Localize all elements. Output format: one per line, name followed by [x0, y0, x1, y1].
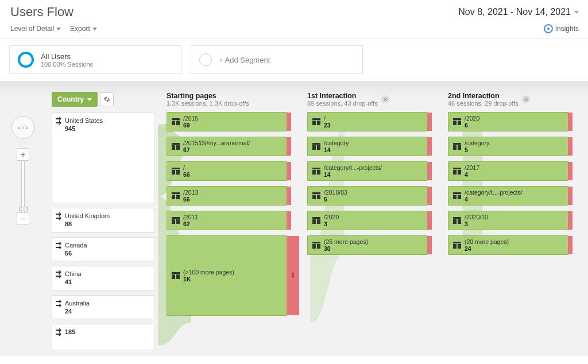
zoom-in-button[interactable]: +: [17, 148, 29, 161]
node-text: (26 more pages)30: [324, 238, 368, 252]
page-icon: [453, 118, 461, 125]
pan-control[interactable]: ‹ ⌂ ›: [11, 116, 34, 139]
flow-node[interactable]: (20 more pages)24: [448, 235, 568, 255]
arrow-right-stack-icon: [56, 241, 63, 249]
arrow-right-stack-icon: [56, 328, 63, 336]
drop-off-bar: [568, 187, 572, 205]
source-country-block[interactable]: 185: [52, 324, 155, 350]
node-text: /201162: [183, 214, 198, 227]
page-icon: [312, 242, 320, 249]
column-title: 1st Interaction: [307, 92, 378, 100]
segment-all-users[interactable]: All Users 100.00% Sessions: [9, 45, 181, 74]
insights-label: Insights: [555, 25, 579, 33]
level-of-detail-label: Level of Detail: [10, 25, 54, 33]
drop-off-bar: [287, 113, 291, 131]
source-label: United States945: [65, 117, 103, 133]
source-country-block[interactable]: Australia24: [52, 295, 155, 320]
drop-off-bar: [287, 137, 291, 156]
flow-node[interactable]: /2015/09/my...aranormal/67: [167, 137, 287, 156]
flow-step-column: 2nd Interaction46 sessions, 29 drop-offs…: [448, 92, 568, 356]
insights-icon: [544, 24, 553, 33]
drop-off-bar: [568, 113, 572, 131]
flow-node[interactable]: /23: [307, 112, 428, 131]
flow-node[interactable]: (>100 more pages)1K ⇩: [167, 235, 287, 316]
node-text: /66: [183, 164, 190, 178]
zoom-slider[interactable]: [21, 161, 25, 212]
chevron-down-icon: [92, 28, 97, 30]
page-icon: [453, 192, 461, 199]
source-country-block[interactable]: Canada56: [52, 237, 155, 262]
column-title: Starting pages: [167, 92, 249, 100]
node-text: /category5: [465, 140, 489, 153]
source-country-block[interactable]: United Kingdom88: [52, 208, 155, 233]
page-icon: [172, 217, 180, 224]
flow-step-column: Starting pages1.3K sessions, 1.3K drop-o…: [167, 92, 287, 356]
zoom-handle[interactable]: [19, 207, 28, 211]
chevron-right-icon: ›: [26, 124, 28, 131]
source-country-block[interactable]: China41: [52, 266, 155, 291]
flow-node[interactable]: /2020/103: [448, 211, 568, 230]
page-icon: [172, 168, 180, 175]
column-sub: 46 sessions, 29 drop-offs: [448, 100, 519, 107]
export-dropdown[interactable]: Export: [70, 25, 97, 33]
page-icon: [453, 217, 461, 224]
flow-step-column: 1st Interaction89 sessions, 43 drop-offs…: [307, 92, 428, 356]
flow-node[interactable]: /20203: [307, 211, 428, 230]
drop-off-bar: [427, 113, 432, 131]
flow-node[interactable]: /201366: [167, 186, 287, 206]
page-icon: [312, 168, 320, 175]
level-of-detail-dropdown[interactable]: Level of Detail: [10, 25, 61, 33]
flow-node[interactable]: /20174: [448, 161, 568, 181]
column-sub: 1.3K sessions, 1.3K drop-offs: [167, 100, 249, 107]
flow-node[interactable]: (26 more pages)30: [307, 235, 428, 255]
drop-off-bar: [427, 137, 432, 156]
gear-icon: [103, 96, 110, 103]
flow-node[interactable]: /category/t...-projects/4: [448, 186, 568, 206]
column-title: 2nd Interaction: [448, 92, 519, 100]
chevron-down-icon: [56, 28, 61, 30]
flow-node[interactable]: /category14: [307, 137, 428, 156]
flow-node[interactable]: /201569: [167, 112, 287, 131]
segment-empty-circle-icon: [199, 53, 212, 66]
source-label: China41: [65, 270, 82, 286]
drop-off-bar: [427, 211, 432, 230]
home-icon: ⌂: [21, 125, 24, 130]
flow-node[interactable]: /category/t...-projects/14: [307, 161, 428, 181]
flow-node[interactable]: /2018/035: [307, 186, 428, 206]
zoom-out-button[interactable]: −: [17, 212, 29, 225]
date-range-text: Nov 8, 2021 - Nov 14, 2021: [458, 7, 571, 17]
drop-off-bar: [568, 236, 572, 254]
flow-node[interactable]: /66: [167, 161, 287, 181]
flow-node[interactable]: /201162: [167, 211, 287, 230]
node-text: /201366: [183, 189, 198, 203]
source-label: Canada56: [65, 241, 87, 258]
dimension-settings-button[interactable]: [100, 92, 114, 106]
node-text: /23: [324, 115, 331, 129]
arrow-right-stack-icon: [56, 299, 63, 307]
flow-node[interactable]: /20206: [448, 112, 568, 131]
dimension-dropdown[interactable]: Country: [52, 92, 98, 107]
page-icon: [312, 118, 320, 125]
segment-circle-icon: [18, 52, 34, 68]
arrow-right-stack-icon: [56, 117, 63, 125]
date-range-picker[interactable]: Nov 8, 2021 - Nov 14, 2021: [458, 7, 579, 17]
node-text: /category/t...-projects/14: [324, 164, 382, 178]
close-column-icon[interactable]: ✕: [522, 95, 530, 103]
drop-off-bar: [287, 162, 291, 180]
drop-off-bar: [568, 137, 572, 156]
page-icon: [453, 143, 461, 150]
add-segment-button[interactable]: + Add Segment: [191, 45, 363, 74]
source-country-block[interactable]: United States945: [52, 113, 155, 203]
page-icon: [172, 192, 180, 199]
arrow-right-stack-icon: [56, 270, 63, 278]
drop-off-bar: [427, 162, 432, 180]
page-icon: [453, 242, 461, 249]
flow-node[interactable]: /category5: [448, 137, 568, 156]
source-label: United Kingdom88: [65, 212, 110, 229]
insights-button[interactable]: Insights: [544, 24, 579, 33]
node-text: /category14: [324, 140, 349, 153]
drop-off-bar: [427, 187, 432, 205]
users-flow-panel: ‹ ⌂ › + − Country United: [0, 82, 588, 356]
page-title: Users Flow: [10, 5, 74, 20]
close-column-icon[interactable]: ✕: [381, 95, 389, 103]
